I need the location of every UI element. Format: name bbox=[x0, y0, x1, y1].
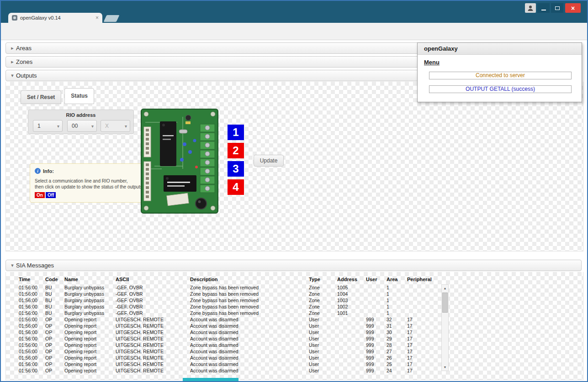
table-row[interactable]: 01:56:00OPOpening reportUITGESCH. REMOTE… bbox=[17, 329, 442, 335]
accordion-sia-messages[interactable]: ▾ SIA Messages bbox=[5, 260, 582, 271]
table-cell: OP bbox=[43, 329, 63, 335]
info-line-1: Select a communication line and RIO numb… bbox=[35, 178, 141, 183]
table-row[interactable]: 01:56:00BUBurglary unbypass-GEF. OVBRZon… bbox=[17, 297, 442, 304]
table-cell: Account was disarmed bbox=[188, 367, 307, 374]
table-cell bbox=[335, 367, 364, 374]
table-cell bbox=[364, 310, 385, 316]
table-cell bbox=[364, 284, 385, 291]
chevron-right-icon: ▸ bbox=[9, 45, 16, 51]
tab-title: openGalaxy v0.14 bbox=[20, 15, 93, 21]
table-cell: 01:56:00 bbox=[17, 316, 43, 323]
table-cell: 32 bbox=[385, 316, 405, 323]
table-row[interactable]: 01:56:00OPOpening reportUITGESCH. REMOTE… bbox=[17, 323, 442, 329]
table-cell: BU bbox=[43, 291, 63, 297]
rio-number-select[interactable]: 00 ▾ bbox=[67, 120, 97, 132]
table-cell: User bbox=[307, 316, 335, 323]
table-row[interactable]: 01:56:00BUBurglary unbypass-GEF. OVBRZon… bbox=[17, 304, 442, 310]
table-cell: Account was disarmed bbox=[188, 342, 307, 348]
table-cell: 30 bbox=[385, 329, 405, 335]
table-cell bbox=[335, 329, 364, 335]
table-cell: 01:56:00 bbox=[17, 367, 43, 374]
table-cell: UITGESCH. REMOTE bbox=[114, 367, 188, 374]
table-cell: UITGESCH. REMOTE bbox=[114, 361, 188, 367]
accordion-zones-label: Zones bbox=[16, 58, 32, 65]
table-cell: 01:56:00 bbox=[17, 361, 43, 367]
table-row[interactable]: 01:56:00OPOpening reportUITGESCH. REMOTE… bbox=[17, 316, 442, 323]
table-cell: -GEF. OVBR bbox=[114, 297, 188, 304]
table-cell bbox=[335, 361, 364, 367]
table-cell: Account was disarmed bbox=[188, 361, 307, 367]
table-cell: UITGESCH. REMOTE bbox=[114, 348, 188, 355]
scroll-down-icon[interactable]: ▼ bbox=[442, 364, 448, 371]
new-tab-button[interactable] bbox=[104, 15, 120, 22]
output-indicator-2: 2 bbox=[228, 143, 244, 158]
table-cell: Zone bbox=[307, 310, 335, 316]
status-connected[interactable]: Connected to server bbox=[429, 72, 572, 79]
col-area: Area bbox=[385, 276, 405, 284]
table-row[interactable]: 01:56:00OPOpening reportUITGESCH. REMOTE… bbox=[17, 335, 442, 342]
table-row[interactable]: 01:56:00OPOpening reportUITGESCH. REMOTE… bbox=[17, 355, 442, 361]
table-cell: 17 bbox=[405, 335, 442, 342]
close-button[interactable]: × bbox=[565, 3, 581, 13]
table-cell: 17 bbox=[405, 361, 442, 367]
tab-close-icon[interactable]: × bbox=[95, 15, 99, 21]
line-select[interactable]: 1 ▾ bbox=[33, 120, 63, 132]
table-cell: 1002 bbox=[335, 304, 364, 310]
scroll-up-icon[interactable]: ▲ bbox=[442, 285, 448, 292]
table-cell: Burglary unbypass bbox=[63, 284, 114, 291]
info-line-2: then click on update to show the status … bbox=[35, 184, 141, 189]
maximize-icon bbox=[555, 6, 560, 10]
table-cell: Account was disarmed bbox=[188, 316, 307, 323]
info-title: Info: bbox=[43, 168, 54, 174]
table-cell bbox=[405, 291, 442, 297]
table-cell: 27 bbox=[385, 348, 405, 355]
scrollbar-thumb[interactable] bbox=[442, 293, 448, 313]
info-icon: i bbox=[35, 168, 41, 174]
table-row[interactable]: 01:56:00OPOpening reportUITGESCH. REMOTE… bbox=[17, 361, 442, 367]
table-row[interactable]: 01:56:00OPOpening reportUITGESCH. REMOTE… bbox=[17, 367, 442, 374]
table-row[interactable]: 01:56:00BUBurglary unbypass-GEF. OVBRZon… bbox=[17, 291, 442, 297]
profile-button[interactable] bbox=[525, 3, 536, 13]
rio-address-box: RIO address 1 ▾ 00 ▾ X ▾ bbox=[28, 110, 134, 134]
table-cell: 999 bbox=[364, 323, 385, 329]
table-row[interactable]: 01:56:00BUBurglary unbypass-GEF. OVBRZon… bbox=[17, 284, 442, 291]
col-description: Description bbox=[188, 276, 307, 284]
maximize-button[interactable] bbox=[551, 3, 563, 13]
table-cell: User bbox=[307, 323, 335, 329]
table-cell: OP bbox=[43, 335, 63, 342]
update-button[interactable]: Update bbox=[254, 155, 284, 167]
table-cell: 999 bbox=[364, 361, 385, 367]
col-peripheral: Peripheral bbox=[405, 276, 442, 284]
rio-board-photo bbox=[141, 109, 218, 214]
table-cell: -GEF. OVBR bbox=[114, 291, 188, 297]
table-cell: User bbox=[307, 342, 335, 348]
table-cell: 17 bbox=[405, 348, 442, 355]
table-cell: BU bbox=[43, 304, 63, 310]
col-name: Name bbox=[63, 276, 114, 284]
chevron-down-icon: ▾ bbox=[9, 262, 16, 268]
table-cell: User bbox=[307, 361, 335, 367]
table-cell: Zone bypass has been removed bbox=[188, 310, 307, 316]
output-indicator-3: 3 bbox=[228, 161, 244, 177]
table-cell: Opening report bbox=[63, 355, 114, 361]
table-cell: 1 bbox=[385, 284, 405, 291]
table-cell: User bbox=[307, 335, 335, 342]
menu-link[interactable]: Menu bbox=[424, 59, 440, 66]
table-cell bbox=[364, 291, 385, 297]
table-cell: Burglary unbypass bbox=[63, 304, 114, 310]
module-select: X ▾ bbox=[101, 120, 130, 132]
off-badge: Off bbox=[46, 192, 56, 198]
browser-tab[interactable]: openGalaxy v0.14 × bbox=[8, 13, 102, 23]
table-cell: 1 bbox=[385, 304, 405, 310]
table-row[interactable]: 01:56:00OPOpening reportUITGESCH. REMOTE… bbox=[17, 348, 442, 355]
status-output-getall[interactable]: OUTPUT GETALL (success) bbox=[429, 85, 572, 93]
col-code: Code bbox=[43, 276, 63, 284]
tab-status[interactable]: Status bbox=[64, 88, 94, 104]
table-cell: Account was disarmed bbox=[188, 355, 307, 361]
table-cell: User bbox=[307, 348, 335, 355]
table-scrollbar[interactable]: ▲ ▼ bbox=[441, 284, 449, 371]
table-row[interactable]: 01:56:00OPOpening reportUITGESCH. REMOTE… bbox=[17, 342, 442, 348]
table-row[interactable]: 01:56:00BUBurglary unbypass-GEF. OVBRZon… bbox=[17, 310, 442, 316]
minimize-button[interactable] bbox=[537, 3, 550, 13]
tab-set-reset[interactable]: Set / Reset bbox=[21, 90, 61, 104]
